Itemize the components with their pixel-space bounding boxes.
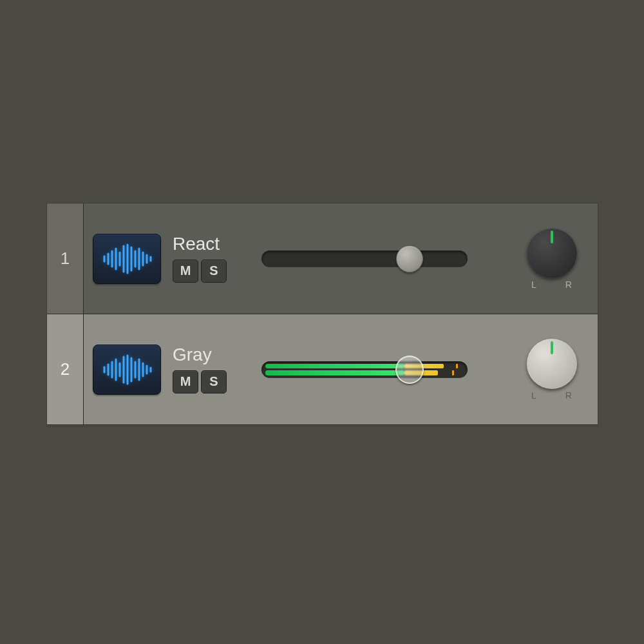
volume-slider-area: [261, 204, 505, 314]
solo-button[interactable]: S: [201, 370, 227, 393]
mute-button[interactable]: M: [173, 260, 198, 283]
pan-knob-area: L R: [516, 228, 587, 290]
waveform-svg-icon: [100, 243, 153, 274]
track-label-column: Gray M S: [173, 346, 250, 393]
track-body: Gray M S: [84, 314, 598, 424]
mute-solo-group: M S: [173, 260, 250, 283]
volume-slider[interactable]: [261, 251, 468, 267]
mute-solo-group: M S: [173, 370, 250, 393]
volume-slider[interactable]: [261, 361, 468, 378]
waveform-icon[interactable]: [93, 234, 161, 284]
track-name[interactable]: Gray: [173, 346, 250, 364]
pan-label-right: R: [565, 390, 573, 401]
track-header-panel: 1: [47, 204, 598, 426]
track-name[interactable]: React: [173, 235, 250, 253]
pan-knob[interactable]: [527, 228, 577, 278]
track-row: 2: [47, 314, 598, 425]
volume-slider-area: [261, 314, 505, 424]
pan-label-left: L: [531, 390, 537, 401]
track-body: React M S L R: [84, 204, 598, 314]
waveform-svg-icon: [100, 354, 153, 385]
pan-labels: L R: [531, 279, 573, 290]
pan-knob-area: L R: [516, 339, 587, 401]
track-row: 1: [47, 204, 598, 314]
track-index[interactable]: 1: [47, 204, 84, 314]
mute-button[interactable]: M: [173, 370, 198, 393]
pan-knob[interactable]: [527, 339, 577, 389]
level-meter: [265, 364, 464, 375]
pan-labels: L R: [531, 390, 573, 401]
level-meter-channel-2: [265, 370, 464, 375]
level-meter-channel-1: [265, 364, 464, 369]
track-index[interactable]: 2: [47, 314, 84, 424]
waveform-icon[interactable]: [93, 345, 161, 395]
volume-slider-thumb[interactable]: [396, 245, 423, 272]
pan-label-right: R: [565, 279, 573, 290]
pan-label-left: L: [531, 279, 537, 290]
volume-slider-thumb[interactable]: [395, 355, 424, 384]
track-label-column: React M S: [173, 235, 250, 283]
solo-button[interactable]: S: [201, 260, 227, 283]
